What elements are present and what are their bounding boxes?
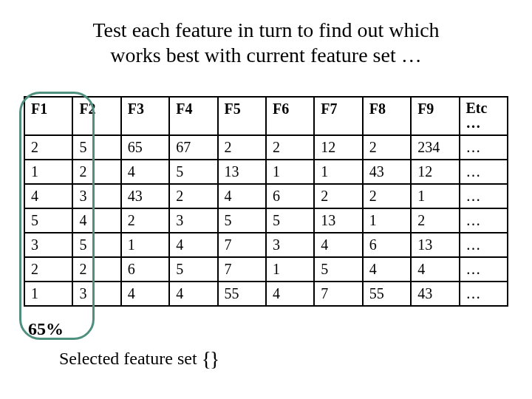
col-header: F4 <box>169 97 217 135</box>
cell: … <box>460 233 508 257</box>
cell: 2 <box>363 135 411 160</box>
empty-set-braces: {} <box>202 347 219 370</box>
cell: 7 <box>314 282 362 306</box>
col-header: F3 <box>121 97 169 135</box>
cell: 234 <box>411 135 459 160</box>
accuracy-percent: 65% <box>28 319 64 339</box>
cell: 2 <box>24 135 72 160</box>
cell: 5 <box>314 257 362 282</box>
col-header-etc: Etc … <box>460 97 508 135</box>
cell: 3 <box>72 282 120 306</box>
table-row: 2 2 6 5 7 1 5 4 4 … <box>24 257 508 282</box>
cell: 13 <box>314 208 362 233</box>
cell: 3 <box>72 184 120 208</box>
cell: 4 <box>72 208 120 233</box>
cell: 1 <box>121 233 169 257</box>
cell: … <box>460 135 508 160</box>
cell: 43 <box>121 184 169 208</box>
cell: 12 <box>411 160 459 184</box>
cell: 1 <box>266 257 314 282</box>
col-header: F9 <box>411 97 459 135</box>
cell: 43 <box>411 282 459 306</box>
cell: 55 <box>363 282 411 306</box>
table-header-row: F1 F2 F3 F4 F5 F6 F7 F8 F9 Etc … <box>24 97 508 135</box>
slide-title: Test each feature in turn to find out wh… <box>44 18 488 67</box>
cell: 1 <box>24 282 72 306</box>
caption-prefix: Selected feature set <box>59 349 202 368</box>
cell: 13 <box>218 160 266 184</box>
cell: 5 <box>24 208 72 233</box>
cell: 5 <box>169 160 217 184</box>
cell: 4 <box>411 257 459 282</box>
cell: … <box>460 160 508 184</box>
col-header: F2 <box>72 97 120 135</box>
cell: 12 <box>314 135 362 160</box>
cell: 4 <box>121 160 169 184</box>
cell: 6 <box>266 184 314 208</box>
cell: 2 <box>72 160 120 184</box>
cell: 1 <box>363 208 411 233</box>
cell: 5 <box>72 135 120 160</box>
cell: 4 <box>218 184 266 208</box>
cell: 2 <box>314 184 362 208</box>
title-line-2: works best with current feature set … <box>110 44 421 66</box>
cell: 5 <box>72 233 120 257</box>
title-line-1: Test each feature in turn to find out wh… <box>92 18 439 41</box>
cell: 6 <box>363 233 411 257</box>
cell: 4 <box>24 184 72 208</box>
table-row: 2 5 65 67 2 2 12 2 234 … <box>24 135 508 160</box>
cell: 4 <box>169 233 217 257</box>
cell: 3 <box>24 233 72 257</box>
cell: 13 <box>411 233 459 257</box>
cell: 1 <box>314 160 362 184</box>
cell: 2 <box>363 184 411 208</box>
etc-label: Etc <box>466 100 488 116</box>
cell: 4 <box>363 257 411 282</box>
col-header: F5 <box>218 97 266 135</box>
table-row: 1 3 4 4 55 4 7 55 43 … <box>24 282 508 306</box>
etc-ellipsis: … <box>466 115 501 130</box>
cell: … <box>460 208 508 233</box>
cell: 2 <box>266 135 314 160</box>
feature-table: F1 F2 F3 F4 F5 F6 F7 F8 F9 Etc … <box>24 96 508 307</box>
table-row: 1 2 4 5 13 1 1 43 12 … <box>24 160 508 184</box>
table-row: 3 5 1 4 7 3 4 6 13 … <box>24 233 508 257</box>
table-row: 5 4 2 3 5 5 13 1 2 … <box>24 208 508 233</box>
cell: 2 <box>411 208 459 233</box>
cell: 65 <box>121 135 169 160</box>
cell: 4 <box>314 233 362 257</box>
col-header: F8 <box>363 97 411 135</box>
cell: 5 <box>266 208 314 233</box>
cell: 67 <box>169 135 217 160</box>
col-header: F7 <box>314 97 362 135</box>
cell: 2 <box>169 184 217 208</box>
cell: … <box>460 184 508 208</box>
col-header: F6 <box>266 97 314 135</box>
cell: 7 <box>218 257 266 282</box>
cell: 5 <box>169 257 217 282</box>
cell: 1 <box>24 160 72 184</box>
cell: 5 <box>218 208 266 233</box>
cell: 1 <box>266 160 314 184</box>
cell: 4 <box>266 282 314 306</box>
cell: 4 <box>121 282 169 306</box>
cell: 1 <box>411 184 459 208</box>
selected-set-caption: Selected feature set {} <box>59 347 218 371</box>
cell: 2 <box>72 257 120 282</box>
cell: … <box>460 257 508 282</box>
table-row: 4 3 43 2 4 6 2 2 1 … <box>24 184 508 208</box>
cell: 4 <box>169 282 217 306</box>
col-header: F1 <box>24 97 72 135</box>
cell: 7 <box>218 233 266 257</box>
cell: 2 <box>24 257 72 282</box>
cell: 55 <box>218 282 266 306</box>
cell: 3 <box>169 208 217 233</box>
cell: 6 <box>121 257 169 282</box>
cell: … <box>460 282 508 306</box>
cell: 3 <box>266 233 314 257</box>
cell: 43 <box>363 160 411 184</box>
feature-table-wrap: F1 F2 F3 F4 F5 F6 F7 F8 F9 Etc … <box>24 96 508 307</box>
cell: 2 <box>121 208 169 233</box>
table-body: 2 5 65 67 2 2 12 2 234 … 1 2 4 5 13 <box>24 135 508 306</box>
cell: 2 <box>218 135 266 160</box>
